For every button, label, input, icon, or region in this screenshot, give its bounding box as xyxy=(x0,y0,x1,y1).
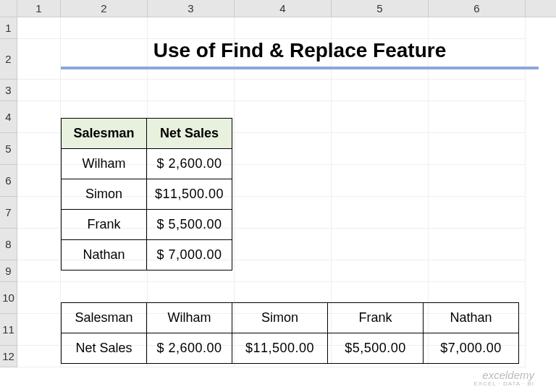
cell-value[interactable]: Nathan xyxy=(424,303,519,333)
column-header[interactable]: 3 xyxy=(148,0,235,17)
row-header-column: 1 2 3 4 5 6 7 8 9 10 11 12 xyxy=(0,17,17,367)
column-header[interactable]: 1 xyxy=(17,0,61,17)
cell-salesman[interactable]: Frank xyxy=(62,210,147,240)
cell-value[interactable]: Simon xyxy=(232,303,328,333)
table-row: Net Sales $ 2,600.00 $11,500.00 $5,500.0… xyxy=(62,333,519,364)
select-all-corner[interactable] xyxy=(0,0,17,17)
row-header[interactable]: 9 xyxy=(0,260,17,282)
vertical-data-table: Salesman Net Sales Wilham $ 2,600.00 Sim… xyxy=(61,118,232,270)
label-salesman[interactable]: Salesman xyxy=(62,303,147,333)
table-row: Nathan $ 7,000.00 xyxy=(62,240,232,270)
row-header[interactable]: 5 xyxy=(0,133,17,165)
cell-netsales[interactable]: $ 5,500.00 xyxy=(147,210,232,240)
row-header[interactable]: 7 xyxy=(0,197,17,229)
label-netsales[interactable]: Net Sales xyxy=(62,333,147,364)
row-header[interactable]: 11 xyxy=(0,314,17,346)
table-header-row: Salesman Net Sales xyxy=(62,119,232,149)
row-header[interactable]: 3 xyxy=(0,80,17,101)
page-title: Use of Find & Replace Feature xyxy=(61,39,539,62)
watermark: exceldemy EXCEL · DATA · BI xyxy=(473,370,534,388)
row-header[interactable]: 8 xyxy=(0,229,17,260)
table-row: Simon $11,500.00 xyxy=(62,179,232,210)
cell-value[interactable]: $5,500.00 xyxy=(328,333,424,364)
cell-salesman[interactable]: Wilham xyxy=(62,149,147,179)
cell-value[interactable]: Wilham xyxy=(147,303,232,333)
column-header[interactable]: 6 xyxy=(429,0,526,17)
row-header[interactable]: 4 xyxy=(0,101,17,133)
table-row: Wilham $ 2,600.00 xyxy=(62,149,232,179)
column-header-row: 1 2 3 4 5 6 xyxy=(0,0,556,17)
watermark-tagline: EXCEL · DATA · BI xyxy=(473,381,534,388)
column-header[interactable]: 5 xyxy=(332,0,429,17)
transposed-data-table: Salesman Wilham Simon Frank Nathan Net S… xyxy=(61,302,519,364)
cell-value[interactable]: Frank xyxy=(328,303,424,333)
cell-value[interactable]: $11,500.00 xyxy=(232,333,328,364)
watermark-brand: exceldemy xyxy=(473,370,534,382)
cell-value[interactable]: $7,000.00 xyxy=(424,333,519,364)
cell-salesman[interactable]: Nathan xyxy=(62,240,147,270)
header-salesman[interactable]: Salesman xyxy=(62,119,147,149)
cell-netsales[interactable]: $11,500.00 xyxy=(147,179,232,210)
column-header[interactable]: 2 xyxy=(61,0,148,17)
spreadsheet-view: 1 2 3 4 5 6 1 2 3 4 5 6 7 8 9 10 11 12 U… xyxy=(0,0,556,392)
row-header[interactable]: 6 xyxy=(0,165,17,197)
table-row: Frank $ 5,500.00 xyxy=(62,210,232,240)
cell-salesman[interactable]: Simon xyxy=(62,179,147,210)
cell-netsales[interactable]: $ 7,000.00 xyxy=(147,240,232,270)
title-cell[interactable]: Use of Find & Replace Feature xyxy=(61,39,539,69)
header-netsales[interactable]: Net Sales xyxy=(147,119,232,149)
column-header[interactable]: 4 xyxy=(235,0,332,17)
row-header[interactable]: 2 xyxy=(0,39,17,80)
row-header[interactable]: 1 xyxy=(0,17,17,39)
row-header[interactable]: 10 xyxy=(0,282,17,314)
cell-value[interactable]: $ 2,600.00 xyxy=(147,333,232,364)
table-row: Salesman Wilham Simon Frank Nathan xyxy=(62,303,519,333)
cell-netsales[interactable]: $ 2,600.00 xyxy=(147,149,232,179)
row-header[interactable]: 12 xyxy=(0,346,17,367)
title-underline xyxy=(61,67,539,69)
